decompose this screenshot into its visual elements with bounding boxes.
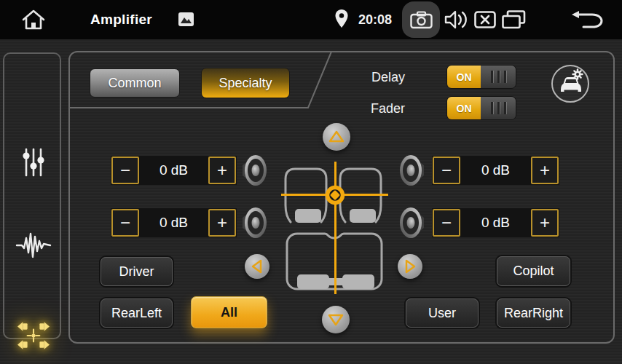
front-left-gain-control: − 0 dB + bbox=[111, 156, 237, 185]
plus-icon: + bbox=[217, 214, 227, 232]
front-right-gain-value: 0 dB bbox=[461, 162, 530, 178]
front-right-speaker-icon bbox=[398, 154, 426, 187]
rear-right-speaker-icon bbox=[398, 206, 426, 240]
status-bar: Amplifier 20:08 bbox=[0, 0, 622, 39]
rear-left-gain-value: 0 dB bbox=[140, 215, 208, 231]
home-button[interactable] bbox=[20, 8, 47, 31]
back-button[interactable] bbox=[570, 10, 604, 30]
balance-position-target[interactable] bbox=[323, 183, 347, 207]
fader-balance-icon bbox=[17, 319, 50, 352]
rear-right-gain-value: 0 dB bbox=[461, 215, 530, 231]
front-left-gain-increase-button[interactable]: + bbox=[208, 157, 236, 184]
rear-left-gain-decrease-button[interactable]: − bbox=[111, 209, 139, 237]
move-up-button[interactable] bbox=[323, 123, 350, 151]
rear-left-gain-control: − 0 dB + bbox=[111, 208, 237, 237]
preset-all-label: All bbox=[221, 305, 237, 320]
rear-right-gain-control: − 0 dB + bbox=[432, 208, 559, 237]
plus-icon: + bbox=[540, 214, 550, 232]
front-right-gain-decrease-button[interactable]: − bbox=[433, 157, 460, 184]
left-arrow-icon bbox=[245, 254, 269, 279]
delay-toggle[interactable]: ON bbox=[446, 65, 516, 89]
preset-user-label: User bbox=[428, 306, 456, 321]
delay-toggle-state: ON bbox=[447, 66, 481, 88]
close-app-button[interactable] bbox=[474, 11, 496, 28]
rear-left-speaker-icon bbox=[240, 206, 268, 240]
move-left-button[interactable] bbox=[245, 254, 269, 279]
tab-specialty-label: Specialty bbox=[219, 76, 272, 91]
up-arrow-icon bbox=[323, 123, 350, 151]
rear-left-gain-increase-button[interactable]: + bbox=[208, 209, 236, 237]
minus-icon: − bbox=[441, 162, 452, 179]
clock: 20:08 bbox=[358, 0, 392, 39]
waveform-icon bbox=[15, 229, 52, 261]
sidebar-item-equalizer[interactable] bbox=[4, 147, 63, 178]
fader-toggle[interactable]: ON bbox=[446, 96, 516, 120]
location-indicator bbox=[334, 9, 349, 29]
move-right-button[interactable] bbox=[398, 254, 422, 279]
plus-icon: + bbox=[540, 162, 550, 179]
crosshair-vertical-line bbox=[334, 162, 336, 294]
delay-label: Delay bbox=[339, 70, 405, 85]
screenshot-button[interactable] bbox=[402, 1, 440, 38]
tab-common-label: Common bbox=[108, 76, 161, 91]
home-icon bbox=[20, 8, 47, 31]
equalizer-icon bbox=[20, 147, 47, 178]
down-arrow-icon bbox=[322, 306, 350, 333]
fader-label: Fader bbox=[339, 101, 405, 116]
sidebar bbox=[3, 52, 61, 339]
preset-driver-label: Driver bbox=[119, 264, 154, 280]
recent-apps-icon bbox=[502, 10, 526, 29]
sidebar-item-sound-effects[interactable] bbox=[4, 229, 63, 261]
fader-toggle-state: ON bbox=[447, 97, 481, 119]
right-arrow-icon bbox=[398, 254, 422, 279]
rear-right-gain-decrease-button[interactable]: − bbox=[433, 209, 460, 237]
page-title: Amplifier bbox=[90, 0, 152, 39]
back-icon bbox=[570, 10, 604, 30]
tab-specialty[interactable]: Specialty bbox=[201, 68, 290, 98]
amplifier-screen: Amplifier 20:08 bbox=[0, 0, 622, 364]
front-left-speaker-icon bbox=[240, 154, 268, 187]
front-left-gain-value: 0 dB bbox=[140, 162, 208, 178]
fader-toggle-knob bbox=[481, 97, 516, 119]
location-icon bbox=[334, 9, 349, 29]
front-right-gain-control: − 0 dB + bbox=[432, 156, 559, 185]
preset-rearleft-button[interactable]: RearLeft bbox=[101, 298, 173, 328]
minus-icon: − bbox=[441, 214, 452, 232]
minus-icon: − bbox=[120, 162, 130, 179]
preset-copilot-label: Copilot bbox=[513, 264, 554, 279]
sidebar-item-fader-balance[interactable] bbox=[4, 319, 63, 352]
front-left-gain-decrease-button[interactable]: − bbox=[111, 157, 139, 184]
rear-right-gain-increase-button[interactable]: + bbox=[531, 209, 559, 237]
front-right-gain-increase-button[interactable]: + bbox=[531, 157, 559, 184]
preset-rearright-label: RearRight bbox=[504, 306, 563, 321]
preset-rearright-button[interactable]: RearRight bbox=[497, 298, 570, 328]
preset-rearleft-label: RearLeft bbox=[111, 306, 162, 321]
preset-user-button[interactable]: User bbox=[406, 298, 479, 328]
car-settings-icon bbox=[550, 63, 591, 104]
gallery-icon bbox=[178, 12, 194, 27]
volume-icon bbox=[444, 9, 470, 30]
gallery-button[interactable] bbox=[178, 12, 194, 27]
tab-common[interactable]: Common bbox=[90, 68, 180, 98]
preset-copilot-button[interactable]: Copilot bbox=[497, 256, 570, 286]
plus-icon: + bbox=[217, 162, 227, 179]
close-icon bbox=[474, 11, 496, 28]
recent-apps-button[interactable] bbox=[502, 10, 526, 29]
minus-icon: − bbox=[120, 214, 130, 232]
preset-all-button[interactable]: All bbox=[191, 296, 267, 328]
preset-driver-button[interactable]: Driver bbox=[101, 257, 173, 286]
move-down-button[interactable] bbox=[322, 306, 350, 333]
delay-toggle-knob bbox=[481, 66, 516, 88]
car-settings-button[interactable] bbox=[550, 63, 591, 104]
volume-button[interactable] bbox=[444, 9, 470, 30]
camera-icon bbox=[410, 11, 433, 29]
